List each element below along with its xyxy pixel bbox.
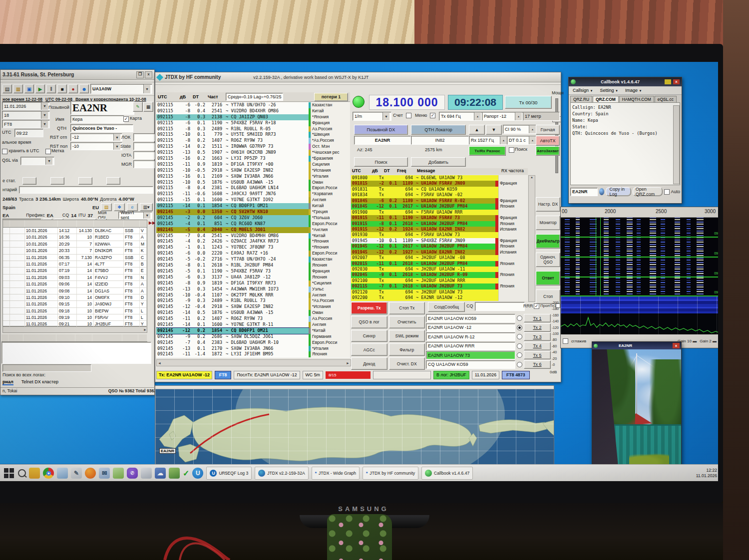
decode-row[interactable]: 092115 -14 0.2 1511 ~ IR0WWA GD7RVP 73 О… — [156, 144, 350, 150]
rx-row[interactable]: 091831 Tx 694 ~ CQ UA1AOW KO59 — [351, 187, 528, 192]
close-icon[interactable]: x — [145, 71, 152, 78]
antivirus-icon[interactable] — [113, 468, 124, 479]
taskbar-app-callbook[interactable]: Callbook v1.4.6.47 — [421, 467, 473, 480]
table-row[interactable]: 11.01.2026 09:06 14 IZ2EID FT8 A — [3, 281, 147, 287]
log2-col-header[interactable] — [56, 334, 75, 341]
log2-col-header[interactable] — [92, 334, 122, 341]
stat-tab[interactable] — [50, 177, 64, 185]
firefox-icon[interactable] — [85, 468, 96, 479]
restore-icon[interactable]: ❐ — [136, 71, 144, 78]
panel-button[interactable]: ДекФильтр — [536, 234, 560, 249]
table-row[interactable]: 11.01.2026 09:08 14 DG1AS FT8 A — [3, 288, 147, 294]
log-col-header[interactable] — [58, 220, 77, 227]
decode-row[interactable]: 092115 -8 0.4 2541 ~ VU2DRO BD4XHR OM86 … — [156, 108, 350, 114]
rx-row[interactable]: 091930 Tx 694 ~ F5RAV UA1AOW 73 — [351, 232, 528, 238]
dx-grid-field[interactable]: IN82 — [411, 136, 469, 145]
rx-row[interactable]: 091915 -11 0.1 1190 ~ UA1AOW F5RAV 73 Фр… — [351, 215, 528, 221]
name-field[interactable]: Кера — [70, 115, 124, 123]
callbook-vscrollbar[interactable] — [673, 105, 680, 184]
stot-checkbox[interactable] — [406, 113, 411, 118]
qth-field[interactable]: Quincoces De Yuso - — [70, 124, 133, 132]
dx-call-button[interactable]: Позывной DX — [354, 125, 408, 135]
callbook-tab[interactable]: HAMQTH.COM — [619, 96, 654, 102]
auto-checkbox[interactable] — [664, 189, 670, 195]
callbook-tab[interactable]: QRZ.RU — [570, 96, 592, 102]
report-spinner[interactable]: Рапорт -12▲ — [482, 112, 524, 121]
control-button[interactable]: Стоп Тх — [389, 302, 425, 314]
log2-col-header[interactable] — [23, 334, 56, 341]
copy-in-log-button[interactable]: Copy in Log — [606, 187, 631, 196]
stat-tab[interactable] — [106, 177, 120, 185]
checkmark-icon[interactable]: ✓ — [183, 469, 189, 478]
new-icon[interactable]: ▤ — [2, 84, 12, 93]
state-field[interactable] — [133, 142, 156, 150]
photo-titlebar[interactable]: EA2NR x — [592, 342, 681, 349]
decode-row[interactable]: 092115 -6 -0.2 2716 ~ YT7AB UN/OH7O -26 … — [156, 102, 350, 108]
mode-field[interactable]: FT8▼ — [2, 120, 50, 128]
paint-icon[interactable]: ✎ — [71, 468, 82, 479]
chrome-icon[interactable] — [43, 468, 54, 479]
freq-down-button[interactable]: ▼ — [486, 125, 502, 135]
rx-vscrollbar[interactable]: ▲ — [528, 175, 535, 302]
decode-row[interactable]: 092115 -10 0.1 779 ~ UY5TE SM4IED RR73 *… — [156, 132, 350, 138]
tx-cursor[interactable] — [600, 218, 601, 296]
table-row[interactable]: 11.01.2026 09:19 10 F5RAV FT8 L — [3, 314, 147, 321]
decode-row[interactable]: 092145 -13 0.3 1454 ~ A43WWA MW1EHR IO73… — [156, 286, 350, 292]
taskbar-app-jtdx-main[interactable]: * JTDX by HF community — [363, 467, 418, 480]
tx-slot-button[interactable]: Тх 4 — [524, 342, 551, 350]
create-message-button[interactable]: СоздСообщ — [428, 302, 465, 312]
taskbar-app-widegraph[interactable]: * JTDX - Wide Graph — [312, 467, 360, 480]
control-button[interactable]: SWL режим — [389, 330, 425, 342]
control-button[interactable]: QSO в лог — [351, 316, 387, 328]
panel-button[interactable]: Одиноч. QSO — [536, 253, 560, 267]
decode-row[interactable]: 092145 -8 0.9 1819 ~ DF1GA IT9FXY RR73 *… — [156, 280, 350, 286]
decode-row[interactable]: 092145 -12 -0.4 2918 ~ SX0W EA2ESP IN82 … — [156, 304, 350, 310]
ci-spinner[interactable]: CI 90 %▲ — [503, 125, 538, 134]
log-col-header[interactable] — [10, 220, 25, 227]
rx-row[interactable]: 091815 -2 0.1 1189 ~ UA1AOW F5RAV JN09 Ф… — [351, 181, 528, 186]
rx-row[interactable]: 092115 -7 0.1 2618 ~ UA1AOW JH2BUF 73 Яп… — [351, 283, 528, 289]
tab-telnet-dx[interactable]: Telnet DX кластер — [21, 379, 58, 385]
stat-tab[interactable] — [78, 177, 92, 185]
fax-icon[interactable] — [141, 468, 152, 479]
tx-message-field[interactable]: EA2NR UA1AOW -12 — [426, 323, 515, 332]
decode-row[interactable]: 092145 -6 0.0 2220 ~ EA9AJ RA7Z +16 Евро… — [156, 251, 350, 257]
taskbar-app-ur5eqf[interactable]: U UR5EQF Log 3 — [206, 467, 252, 480]
decode-row[interactable]: 092145 -4 0.2 2426 ~ OZ9ACE JA4FKX RR73 … — [156, 239, 350, 245]
frequency-ruler[interactable]: 00 2000 2500 3000 — [561, 207, 718, 218]
rx-row[interactable]: 091900 Tx 694 ~ F5RAV UA1AOW RRR — [351, 210, 528, 215]
rx-row[interactable]: 092030 Tx 694 ~ JH2BUF UA1AOW -11 — [351, 267, 528, 272]
quick-search-field[interactable] — [2, 364, 91, 372]
tx-slot-button[interactable]: Тх 3 — [524, 332, 551, 341]
tx-select-radio[interactable] — [517, 362, 522, 367]
decode-row[interactable]: 092115 -11 -0.6 1608 ~ JA9CXJ 9A9TT JN76… — [156, 191, 350, 197]
tx-message-field[interactable]: EA2NR UA1AOW RRR — [426, 342, 515, 350]
logger-titlebar[interactable]: 3.31-61 Russia, St. Petersburg ❐x — [0, 70, 154, 80]
log-col-header[interactable] — [124, 220, 140, 227]
tx-timer-button[interactable]: Тх 00/30 — [505, 96, 552, 109]
dt-spinner[interactable]: DT 0.1 c▲ — [507, 136, 538, 145]
log2-col-header[interactable] — [122, 334, 138, 341]
decode-row[interactable]: 092145 -4 0.1 851 ~ CQ RC60D KN87 Европ.… — [156, 221, 350, 227]
tab-journal[interactable]: рнал — [2, 379, 13, 385]
decode-row[interactable]: 092115 -6 0.1 1190 ~ 5P4XBZ F5RAV R+18 Ф… — [156, 120, 350, 126]
decode-row[interactable]: 092145 -12 0.2 1854 ~ CQ BD0FP1 OM21 *Ки… — [156, 328, 350, 334]
rx-row[interactable]: 091800 Tx 694 ~ DL6EWL UA1AOW 73 — [351, 175, 528, 181]
play-icon[interactable]: ▶ — [35, 84, 45, 93]
decode-row[interactable]: 092145 -7 0.4 2383 ~ DL6BAD UA6HGM R-10 … — [156, 340, 350, 346]
decode-row[interactable]: 092145 -3 0.0 1350 ~ CQ SV2HTW KN10 *Гре… — [156, 209, 350, 215]
rx-row[interactable]: 091915 -12 0.2 1924 ~ UA1AOW EA2NR IN82 … — [351, 227, 528, 232]
decode-row[interactable]: 092115 -13 0.5 1907 ~ OH61H OK2CRB JN89 … — [156, 150, 350, 156]
rx-freq-spinner[interactable]: Rx 1527 Гц▲ — [469, 136, 509, 145]
rx-cursor[interactable] — [596, 218, 596, 296]
rx-row[interactable]: 091945 -12 0.2 1927 ~ UA1AOW EA2NR IN82 … — [351, 250, 528, 255]
close-icon[interactable]: x — [673, 79, 680, 84]
table-row[interactable]: 11.01.2026 07:17 14 4L7T FT8 B — [3, 261, 147, 268]
rx-row[interactable]: 091915 -8 0.1 2618 ~ UA1AOW JH2BUF PM84 … — [351, 221, 528, 227]
iota-field[interactable] — [133, 151, 156, 159]
callbook-menu-item[interactable]: Callsign ▼ — [573, 88, 593, 93]
tx-slot-button[interactable]: Тх 6 — [524, 360, 551, 369]
freq-up-button[interactable]: ▲ — [469, 125, 485, 135]
frequency-display[interactable]: 18.100 000 — [369, 95, 445, 110]
tx-select-radio[interactable] — [517, 352, 522, 358]
